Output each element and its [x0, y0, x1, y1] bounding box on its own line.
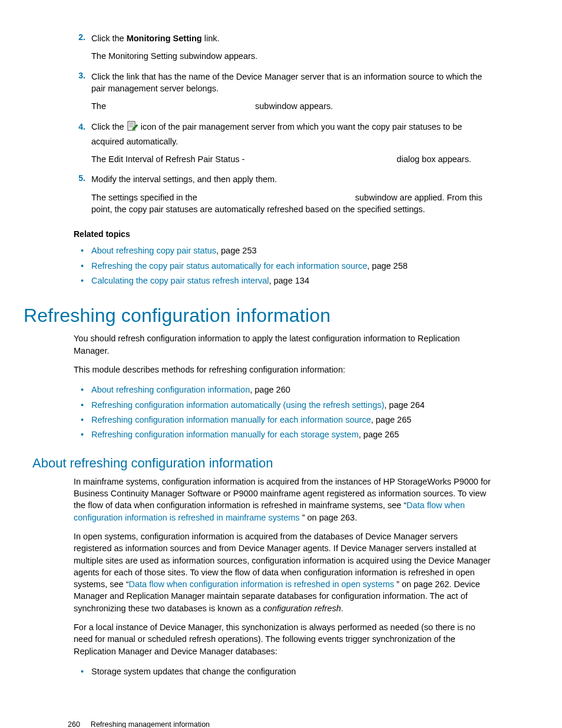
step-instruction: Click the Monitoring Setting link. [91, 32, 494, 44]
trigger-list: Storage system updates that change the c… [81, 664, 494, 679]
toc-link[interactable]: Refreshing configuration information man… [91, 415, 371, 424]
toc-link[interactable]: About refreshing configuration informati… [91, 385, 250, 394]
step-result: The Edit Interval of Refresh Pair Status… [91, 153, 494, 165]
related-topic-item: Refreshing the copy pair status automati… [81, 259, 494, 274]
step-number: 4. [68, 120, 91, 171]
body-paragraph: In open systems, configuration informati… [74, 531, 494, 614]
related-topics-list: About refreshing copy pair status, page … [81, 243, 494, 288]
step-number: 5. [68, 173, 91, 221]
toc-list: About refreshing configuration informati… [81, 383, 494, 443]
intro-paragraph: You should refresh configuration informa… [74, 332, 494, 357]
related-link[interactable]: About refreshing copy pair status [91, 246, 216, 255]
step-result: The subwindow appears. [91, 100, 494, 112]
body-paragraph: For a local instance of Device Manager, … [74, 621, 494, 657]
chapter-title: Refreshing management information [91, 720, 210, 728]
related-topic-item: Calculating the copy pair status refresh… [81, 274, 494, 288]
section-heading: Refreshing configuration information [24, 305, 494, 327]
step-number: 2. [68, 32, 91, 68]
step-result: The Monitoring Setting subwindow appears… [91, 50, 494, 62]
page-footer: 260Refreshing management information [68, 720, 494, 728]
term-configuration-refresh: configuration refresh [263, 604, 341, 613]
toc-item: Refreshing configuration information aut… [81, 398, 494, 413]
subsection-heading: About refreshing configuration informati… [32, 456, 494, 471]
step-instruction: Click the icon of the pair management se… [91, 120, 494, 147]
related-topics-heading: Related topics [74, 229, 494, 239]
step-instruction: Modify the interval settings, and then a… [91, 173, 494, 185]
toc-link[interactable]: Refreshing configuration information aut… [91, 400, 384, 410]
related-topic-item: About refreshing copy pair status, page … [81, 243, 494, 258]
toc-item: Refreshing configuration information man… [81, 427, 494, 442]
related-link[interactable]: Calculating the copy pair status refresh… [91, 276, 269, 285]
step-instruction: Click the link that has the name of the … [91, 71, 494, 95]
toc-item: About refreshing configuration informati… [81, 383, 494, 397]
page-number: 260 [68, 720, 80, 728]
step-body: Click the link that has the name of the … [91, 71, 494, 118]
step-body: Click the icon of the pair management se… [91, 120, 494, 171]
intro-paragraph: This module describes methods for refres… [74, 364, 494, 375]
step-result: The settings specified in the subwindow … [91, 192, 494, 216]
step-number: 3. [68, 71, 91, 118]
toc-link[interactable]: Refreshing configuration information man… [91, 430, 359, 439]
edit-icon [127, 120, 138, 135]
procedure-steps: 2. Click the Monitoring Setting link. Th… [68, 32, 494, 221]
body-paragraph: In mainframe systems, configuration info… [74, 476, 494, 523]
step-body: Click the Monitoring Setting link. The M… [91, 32, 494, 68]
related-link[interactable]: Refreshing the copy pair status automati… [91, 261, 367, 271]
document-page: 2. Click the Monitoring Setting link. Th… [0, 0, 562, 728]
step-body: Modify the interval settings, and then a… [91, 173, 494, 221]
inline-link[interactable]: Data flow when configuration information… [128, 579, 396, 589]
trigger-item: Storage system updates that change the c… [81, 664, 494, 679]
toc-item: Refreshing configuration information man… [81, 413, 494, 427]
monitoring-setting-label: Monitoring Setting [127, 34, 202, 43]
